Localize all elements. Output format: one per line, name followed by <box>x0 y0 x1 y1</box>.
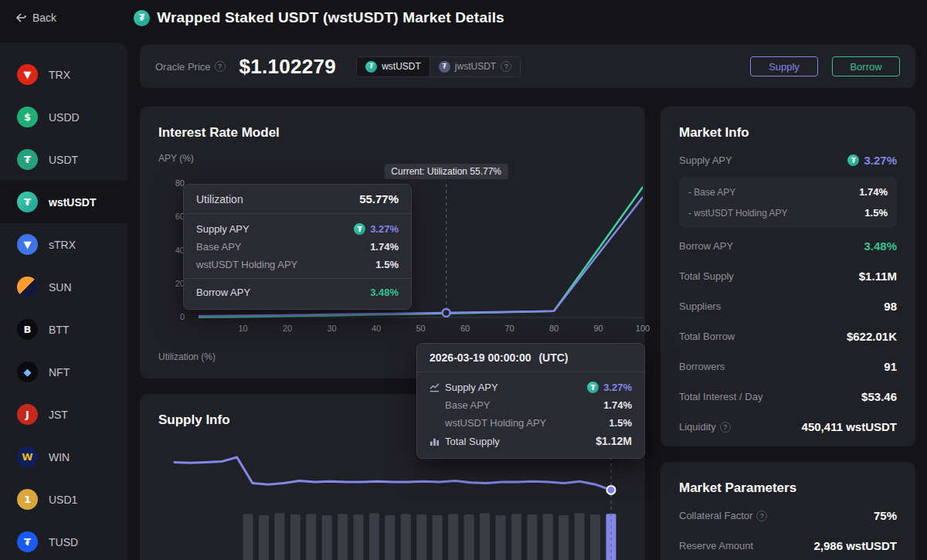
borrow-apy-row: Borrow APY 3.48% <box>679 231 897 261</box>
reserve-amount-row: Reserve Amount 2,986 wstUSDT <box>679 531 897 560</box>
win-icon: W <box>17 446 38 467</box>
liquidity-row: Liquidity ? 450,411 wstUSDT <box>679 412 897 442</box>
market-info-card: Market Info Supply APY ₮ 3.27% - Base AP… <box>660 107 915 446</box>
x-tick-label: 100 <box>631 324 654 333</box>
wstusdt-coin-icon: ₮ <box>587 382 599 393</box>
sidebar-item-btt[interactable]: B BTT <box>0 308 127 351</box>
usdd-icon: $ <box>17 107 38 127</box>
liquidity-help-icon[interactable]: ? <box>720 422 731 433</box>
sidebar-item-usdd[interactable]: $ USDD <box>0 96 127 138</box>
nft-icon: ◆ <box>17 361 38 382</box>
irm-x-axis: 102030405060708090100 <box>199 324 643 336</box>
sidebar-item-wstusdt[interactable]: ₮ wstUSDT <box>0 181 127 223</box>
x-tick-label: 20 <box>276 324 299 333</box>
sidebar-item-usdt[interactable]: ₮ USDT <box>0 138 127 181</box>
oracle-help-icon[interactable]: ? <box>215 61 226 72</box>
oracle-price-value: $1.102279 <box>239 55 337 79</box>
sidebar-item-trx[interactable]: ▼ TRX <box>0 53 127 96</box>
supply-info-chart-svg[interactable] <box>158 445 630 560</box>
x-tick-label: 90 <box>587 324 610 333</box>
tooltip-divider <box>184 278 411 279</box>
irm-title: Interest Rate Model <box>158 125 626 141</box>
collateral-help-icon[interactable]: ? <box>756 511 767 521</box>
borrow-button[interactable]: Borrow <box>832 56 900 76</box>
x-tick-label: 30 <box>321 324 344 333</box>
interest-rate-tooltip: Utilization 55.77% Supply APY ₮ 3.27% Ba… <box>183 184 412 310</box>
strx-icon: ▼ <box>17 234 38 255</box>
sun-icon <box>17 277 38 297</box>
current-utilization-chip: Current: Utilization 55.77% <box>384 164 508 179</box>
page-title-wrap: ₮ Wrapped Staked USDT (wstUSDT) Market D… <box>134 9 504 26</box>
base-apy-row: - Base APY 1.74% <box>688 182 888 202</box>
bar-chart-icon <box>430 436 440 446</box>
sidebar-item-usd1[interactable]: 1 USD1 <box>0 478 127 521</box>
tooltip-utilization-row: Utilization 55.77% <box>184 185 411 214</box>
oracle-price-label: Oracle Price ? <box>155 61 226 73</box>
line-chart-icon <box>430 382 440 392</box>
holding-apy-row: - wstUSDT Holding APY 1.5% <box>688 202 888 223</box>
total-borrow-row: Total Borrow $622.01K <box>679 321 897 351</box>
tooltip-supply-apy-row: Supply APY ₮ 3.27% <box>184 220 411 238</box>
oracle-price-bar: Oracle Price ? $1.102279 ₮ wstUSDT ₮ jws… <box>140 45 915 88</box>
top-header: Back ₮ Wrapped Staked USDT (wstUSDT) Mar… <box>0 0 927 36</box>
jst-icon: J <box>17 404 38 425</box>
tooltip-base-apy-row: Base APY 1.74% <box>417 396 644 414</box>
market-info-title: Market Info <box>679 125 897 141</box>
collateral-factor-label: Collateral Factor ? <box>679 510 767 521</box>
x-tick-label: 10 <box>232 324 255 333</box>
toggle-wstusdt[interactable]: ₮ wstUSDT <box>357 57 430 76</box>
jwstusdt-help-icon[interactable]: ? <box>501 61 511 72</box>
sidebar-item-jst[interactable]: J JST <box>0 393 127 436</box>
back-button[interactable]: Back <box>15 12 56 24</box>
x-tick-label: 70 <box>498 324 521 333</box>
wstusdt-coin-icon: ₮ <box>847 154 859 166</box>
wstusdt-icon: ₮ <box>17 192 38 212</box>
sidebar-item-tusd[interactable]: ₮ TUSD <box>0 521 127 560</box>
tooltip-holding-apy-row: wstUSDT Holding APY 1.5% <box>417 414 644 432</box>
wstusdt-coin-icon: ₮ <box>354 223 365 235</box>
sidebar-item-strx[interactable]: ▼ sTRX <box>0 223 127 266</box>
trx-icon: ▼ <box>17 64 38 85</box>
supply-apy-value: ₮ 3.27% <box>847 154 897 167</box>
jwstusdt-coin-icon: ₮ <box>439 61 450 73</box>
tooltip-datetime: 2026-03-19 00:00:00 (UTC) <box>430 351 569 364</box>
x-tick-label: 80 <box>542 324 565 333</box>
borrowers-row: Borrowers 91 <box>679 351 897 382</box>
total-supply-row: Total Supply $1.11M <box>679 261 897 291</box>
tooltip-supply-apy-row: Supply APY ₮ 3.27% <box>417 378 644 396</box>
btt-icon: B <box>17 319 38 340</box>
token-toggle: ₮ wstUSDT ₮ jwstUSDT ? <box>356 56 521 77</box>
y-axis-label: APY (%) <box>158 153 626 164</box>
x-tick-label: 50 <box>409 324 433 333</box>
suppliers-row: Suppliers 98 <box>679 291 897 321</box>
supply-apy-label: Supply APY <box>430 382 498 393</box>
x-tick-label: 60 <box>453 324 477 333</box>
supply-button[interactable]: Supply <box>750 56 818 76</box>
tooltip-supply-apy-value: ₮ 3.27% <box>354 223 399 235</box>
tooltip-holding-apy-row: wstUSDT Holding APY 1.5% <box>184 256 411 273</box>
tooltip-base-apy-row: Base APY 1.74% <box>184 238 411 256</box>
back-label: Back <box>32 12 56 24</box>
liquidity-label: Liquidity ? <box>679 421 731 433</box>
y-tick-label: 0 <box>180 312 185 321</box>
tooltip-supply-apy-value: ₮ 3.27% <box>587 382 632 393</box>
collateral-factor-row: Collateral Factor ? 75% <box>679 501 897 531</box>
usd1-icon: 1 <box>17 489 38 510</box>
supply-info-tooltip: 2026-03-19 00:00:00 (UTC) Supply APY ₮ 3… <box>416 343 645 459</box>
tooltip-total-supply-row: Total Supply $1.12M <box>417 432 644 450</box>
wstusdt-coin-icon: ₮ <box>365 61 377 73</box>
tooltip-borrow-apy-row: Borrow APY 3.48% <box>184 283 411 301</box>
sidebar-item-sun[interactable]: SUN <box>0 266 127 308</box>
apy-breakdown-box: - Base APY 1.74% - wstUSDT Holding APY 1… <box>679 177 897 228</box>
wstusdt-coin-icon: ₮ <box>134 10 150 26</box>
tusd-icon: ₮ <box>17 531 38 552</box>
token-sidebar: ▼ TRX $ USDD ₮ USDT ₮ wstUSDT ▼ sTRX SUN… <box>0 42 127 560</box>
toggle-jwstusdt[interactable]: ₮ jwstUSDT ? <box>430 57 520 76</box>
back-arrow-icon <box>15 12 27 23</box>
interest-day-row: Total Interest / Day $53.46 <box>679 382 897 412</box>
supply-apy-row: Supply APY ₮ 3.27% <box>679 145 897 175</box>
sidebar-item-nft[interactable]: ◆ NFT <box>0 351 127 393</box>
tooltip-datetime-row: 2026-03-19 00:00:00 (UTC) <box>417 344 644 372</box>
sidebar-item-win[interactable]: W WIN <box>0 436 127 478</box>
usdt-icon: ₮ <box>17 149 38 170</box>
